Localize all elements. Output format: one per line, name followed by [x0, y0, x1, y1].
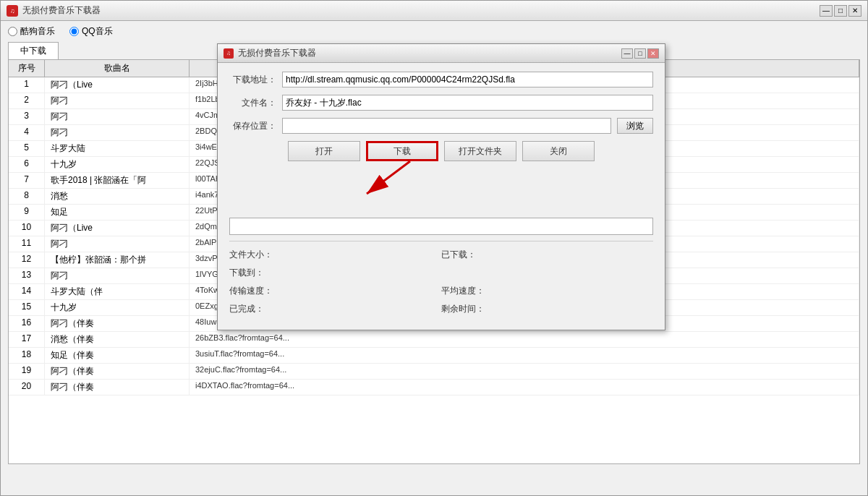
radio-kugou-input[interactable] [8, 27, 17, 36]
cell-name: 阿刁（Live [45, 221, 190, 236]
cell-num: 15 [9, 300, 45, 315]
stats-area: 文件大小： 已下载： 下载到： 传输速度： [229, 241, 653, 315]
stats-row-3: 传输速度： 平均速度： [229, 285, 653, 297]
cell-num: 8 [9, 189, 45, 204]
cell-name: 知足（伴奏 [45, 348, 190, 363]
cell-num: 4 [9, 125, 45, 140]
download-to-stat: 下载到： [229, 267, 653, 279]
stats-row-1: 文件大小： 已下载： [229, 249, 653, 261]
url-row: 下载地址： [229, 72, 653, 87]
cell-num: 10 [9, 221, 45, 236]
savepath-label: 保存位置： [229, 120, 276, 132]
cell-url: 3usiuT.flac?fromtag=64... [190, 348, 859, 363]
close-button[interactable]: ✕ [848, 5, 861, 17]
cell-num: 11 [9, 236, 45, 252]
cell-name: 阿刁 [45, 109, 190, 124]
dialog-body: 下载地址： 文件名： 保存位置： 浏览 打开 下载 打开文件夹 关闭 [218, 63, 665, 330]
remaining-stat: 剩余时间： [441, 303, 653, 315]
cell-name: 知足 [45, 205, 190, 220]
cell-num: 16 [9, 316, 45, 331]
main-window-title: 无损付费音乐下载器 [22, 4, 101, 17]
cell-num: 12 [9, 252, 45, 268]
cell-num: 14 [9, 284, 45, 299]
avg-speed-stat: 平均速度： [441, 285, 653, 297]
maximize-button[interactable]: □ [834, 5, 847, 17]
transfer-speed-stat: 传输速度： [229, 285, 441, 297]
dialog-app-icon: ♫ [224, 48, 234, 59]
transfer-speed-label: 传输速度： [229, 286, 273, 296]
cell-name: 阿刁（伴奏 [45, 364, 190, 379]
radio-kugou[interactable]: 酷狗音乐 [8, 25, 55, 38]
minimize-button[interactable]: — [820, 5, 833, 17]
stats-row-4: 已完成： 剩余时间： [229, 303, 653, 315]
filename-row: 文件名： [229, 95, 653, 111]
cell-name: 十九岁 [45, 157, 190, 172]
completed-stat: 已完成： [229, 303, 441, 315]
cell-num: 17 [9, 332, 45, 347]
cell-url: i4DXTAO.flac?fromtag=64... [190, 380, 859, 395]
dialog-controls: — □ ✕ [621, 48, 659, 59]
header-name: 歌曲名 [45, 60, 190, 77]
arrow-icon [338, 154, 425, 205]
table-row[interactable]: 17 消愁（伴奏 26bZB3.flac?fromtag=64... [9, 332, 859, 348]
url-label: 下载地址： [229, 74, 276, 86]
radio-qq[interactable]: QQ音乐 [69, 25, 113, 38]
buttons-row: 打开 下载 打开文件夹 关闭 [229, 141, 653, 161]
downloaded-stat: 已下载： [441, 249, 653, 261]
cell-num: 5 [9, 141, 45, 156]
completed-label: 已完成： [229, 304, 264, 314]
table-row[interactable]: 20 阿刁（伴奏 i4DXTAO.flac?fromtag=64... [9, 380, 859, 395]
close-dialog-button[interactable]: 关闭 [522, 141, 595, 161]
cell-num: 7 [9, 173, 45, 188]
cell-name: 阿刁 [45, 268, 190, 283]
download-to-label: 下载到： [229, 268, 264, 278]
cell-num: 3 [9, 109, 45, 124]
dialog-maximize-button[interactable]: □ [634, 48, 646, 59]
avg-speed-label: 平均速度： [441, 286, 485, 296]
filename-label: 文件名： [229, 97, 276, 109]
cell-name: 阿刁（伴奏 [45, 380, 190, 395]
dialog-minimize-button[interactable]: — [621, 48, 633, 59]
browse-button[interactable]: 浏览 [617, 118, 653, 134]
stats-row-2: 下载到： [229, 267, 653, 279]
main-titlebar: ♫ 无损付费音乐下载器 — □ ✕ [1, 1, 867, 21]
cell-name: 【他柠】张韶涵：那个拼 [45, 252, 190, 268]
cell-name: 消愁 [45, 189, 190, 204]
cell-num: 2 [9, 93, 45, 108]
filesize-stat: 文件大小： [229, 249, 441, 261]
table-row[interactable]: 18 知足（伴奏 3usiuT.flac?fromtag=64... [9, 348, 859, 364]
radio-kugou-label: 酷狗音乐 [20, 25, 55, 38]
dialog-title: 无损付费音乐下载器 [238, 47, 316, 59]
cell-name: 消愁（伴奏 [45, 332, 190, 347]
cell-name: 阿刁 [45, 236, 190, 252]
cell-name: 斗罗大陆（伴 [45, 284, 190, 299]
radio-qq-label: QQ音乐 [82, 25, 113, 38]
arrow-container [229, 168, 653, 212]
cell-num: 9 [9, 205, 45, 220]
savepath-input[interactable] [282, 118, 611, 134]
main-app-icon: ♫ [7, 5, 18, 17]
filename-input[interactable] [282, 95, 653, 111]
cell-url: 32ejuC.flac?fromtag=64... [190, 364, 859, 379]
radio-bar: 酷狗音乐 QQ音乐 [1, 21, 867, 42]
svg-line-1 [367, 161, 410, 194]
header-num: 序号 [9, 60, 45, 77]
open-folder-button[interactable]: 打开文件夹 [444, 141, 516, 161]
cell-name: 阿刁 [45, 93, 190, 108]
table-row[interactable]: 19 阿刁（伴奏 32ejuC.flac?fromtag=64... [9, 364, 859, 380]
cell-name: 歌手2018 | 张韶涵在「阿 [45, 173, 190, 188]
cell-num: 18 [9, 348, 45, 363]
cell-name: 阿刁（Live [45, 77, 190, 93]
cell-name: 斗罗大陆 [45, 141, 190, 156]
tab-download[interactable]: 中下载 [8, 42, 59, 59]
filesize-label: 文件大小： [229, 249, 273, 260]
cell-num: 20 [9, 380, 45, 395]
cell-name: 阿刁 [45, 125, 190, 140]
dialog-close-button[interactable]: ✕ [647, 48, 659, 59]
download-dialog: ♫ 无损付费音乐下载器 — □ ✕ 下载地址： 文件名： 保存位置： 浏览 打开 [217, 43, 665, 330]
progress-bar [229, 218, 653, 235]
dialog-titlebar: ♫ 无损付费音乐下载器 — □ ✕ [218, 44, 665, 63]
url-input[interactable] [282, 72, 653, 87]
cell-url: 26bZB3.flac?fromtag=64... [190, 332, 859, 347]
radio-qq-input[interactable] [69, 27, 79, 36]
